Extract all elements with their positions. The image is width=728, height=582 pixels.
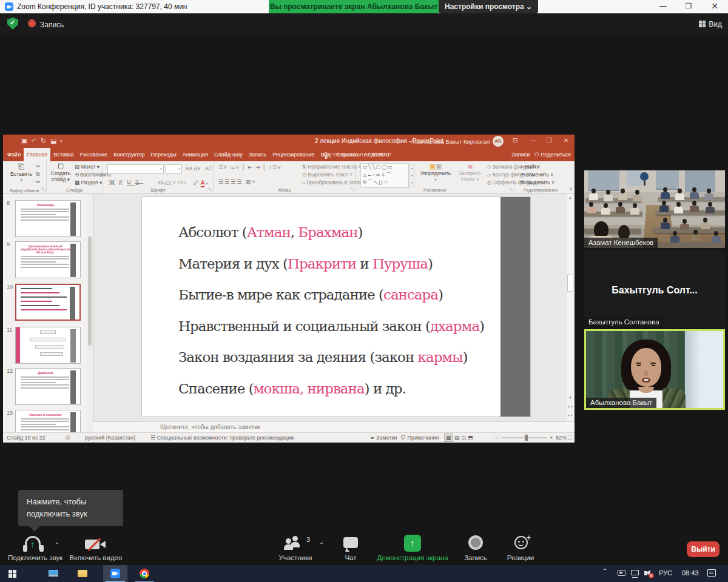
format-painter-icon[interactable]: ⤇ xyxy=(36,179,41,185)
ppt-close[interactable]: ✕ xyxy=(559,135,573,148)
comments-toggle[interactable]: 🗩 Примечания xyxy=(400,433,439,443)
zoom-slider[interactable] xyxy=(502,437,547,438)
taskbar-chrome-icon[interactable] xyxy=(132,565,157,582)
ppt-tab-Рисование[interactable]: Рисование xyxy=(77,148,110,161)
ppt-tab-Конструктор[interactable]: Конструктор xyxy=(110,148,147,161)
join-audio-icon[interactable]: ↑ xyxy=(23,536,44,552)
leave-button[interactable]: Выйти xyxy=(687,541,720,557)
slide-thumbnail-13[interactable]: Насилие и ненасилие xyxy=(15,410,81,432)
qat-dropdown-icon[interactable]: ▾ xyxy=(60,139,62,144)
slide-thumbnail-10[interactable] xyxy=(15,284,81,321)
start-button[interactable] xyxy=(8,570,16,578)
recording-indicator-icon[interactable] xyxy=(28,19,36,27)
zoom-slider-thumb[interactable] xyxy=(525,435,528,441)
participants-caret[interactable]: ˆ xyxy=(320,541,323,549)
start-video-label[interactable]: Включить видео xyxy=(66,554,126,561)
clipboard-launcher[interactable]: ⤡ xyxy=(41,187,45,192)
participants-icon[interactable] xyxy=(284,536,308,552)
action-center-icon[interactable] xyxy=(707,569,716,577)
chat-label[interactable]: Чат xyxy=(332,554,369,561)
minimize-button[interactable]: — xyxy=(654,0,672,13)
ppt-tab-Рецензирование[interactable]: Рецензирование xyxy=(269,148,318,161)
ppt-tab-Файл[interactable]: Файл xyxy=(4,148,24,161)
zoom-in-icon[interactable]: + xyxy=(550,433,553,443)
close-button[interactable]: ✕ xyxy=(706,0,724,13)
font-color-icon[interactable]: 🖉 А ▾ xyxy=(193,179,208,186)
shapes-gallery[interactable]: ▭╲╲▢◯▭△⌙⌐⇨⇩⌒✣⌒∿{}☆ xyxy=(360,163,409,188)
share-screen-icon[interactable]: ↑ xyxy=(404,535,421,552)
paragraph-launcher[interactable]: ⤡ xyxy=(351,187,354,192)
char-spacing-icon[interactable]: ab̶ A̲V̲ ˅ Aa˅ xyxy=(158,179,186,186)
join-audio-label[interactable]: Подключить звук xyxy=(5,554,66,561)
view-button[interactable]: Вид xyxy=(699,20,722,28)
next-slide-icon[interactable]: ▼▼ xyxy=(567,412,574,420)
video-tile-classroom[interactable]: Азамат Кенешбеков xyxy=(584,170,725,248)
view-settings-button[interactable]: Настройки просмотра ⌄ xyxy=(439,0,538,13)
ppt-ribbon-options-icon[interactable]: ⊡ xyxy=(508,135,522,148)
ppt-tab-Анимация[interactable]: Анимация xyxy=(180,148,211,161)
font-style-buttons[interactable]: ЖКЧS xyxy=(109,179,143,186)
fit-slide-icon[interactable]: ⛶ xyxy=(568,433,571,443)
view-buttons[interactable]: ▦ ▤ ◫ ⬒ xyxy=(444,433,473,443)
ppt-user-avatar[interactable]: АБ xyxy=(493,136,504,147)
maximize-button[interactable]: ❐ xyxy=(679,0,698,13)
file-explorer-icon[interactable] xyxy=(78,570,87,577)
participants-label[interactable]: Участники xyxy=(262,554,329,561)
replace-button[interactable]: ᵃᵇ Заменить ˅ xyxy=(521,171,554,179)
audio-options-caret[interactable]: ˆ xyxy=(56,541,58,549)
font-launcher[interactable]: ⤡ xyxy=(208,187,212,192)
shapes-scroll[interactable]: ▴▾▾ xyxy=(410,164,414,187)
share-button[interactable]: ⚇ Поделиться xyxy=(534,152,571,158)
tell-me-search[interactable]: Что вы хотите сделать? xyxy=(323,148,392,161)
slide-thumbnail-8[interactable]: Упанишады xyxy=(15,200,81,237)
language-indicator[interactable]: РУС xyxy=(659,569,672,577)
video-tile-no-video[interactable]: Бахытгуль Солт... Бахытгуль Солтанова xyxy=(584,250,725,327)
slide-thumbnail-12[interactable]: Джайнизм xyxy=(15,368,81,405)
find-button[interactable]: ⌕ Найти xyxy=(521,163,554,171)
ppt-tab-Слайд-шоу[interactable]: Слайд-шоу xyxy=(211,148,246,161)
new-slide-button[interactable]: ⧠ Создать слайд ▾ xyxy=(48,162,73,182)
clear-format-icon[interactable]: A⃠ xyxy=(205,166,213,172)
clock[interactable]: 08:43 xyxy=(682,569,699,577)
align-icons[interactable]: ☲☰☱☰ ▥˅ xyxy=(218,179,257,185)
cut-icon[interactable]: ✂ xyxy=(36,163,41,169)
zoom-out-icon[interactable]: — xyxy=(494,433,500,443)
taskbar-zoom-active[interactable] xyxy=(103,565,127,582)
undo-icon[interactable]: ↶ xyxy=(31,137,36,145)
collapse-ribbon-icon[interactable]: ∧ xyxy=(569,186,573,192)
redo-icon[interactable]: ↻ xyxy=(41,137,46,145)
video-tile-speaker[interactable]: Абылханова Бакыт xyxy=(584,329,725,410)
slide-thumbnail-9[interactable]: Центральные понятия индийской философско… xyxy=(15,241,81,278)
records-button[interactable]: Записи xyxy=(511,152,530,158)
start-slideshow-icon[interactable]: ⬓ xyxy=(50,137,56,145)
quick-styles-button[interactable]: ◙ Экспресс- стили ˅ xyxy=(454,162,486,182)
notes-toggle[interactable]: ≐ Заметки xyxy=(370,433,397,443)
notes-placeholder[interactable]: Щелкните, чтобы добавить заметки xyxy=(93,421,575,432)
grow-font-icon[interactable]: A˄ A˅ xyxy=(186,166,201,172)
font-size-select[interactable]: ▾ xyxy=(166,164,182,174)
accessibility-status[interactable]: ☵ Специальные возможности: проверьте рек… xyxy=(150,433,294,443)
ppt-tab-Вставка[interactable]: Вставка xyxy=(50,148,76,161)
theme-icon[interactable]: ⎙ xyxy=(66,433,70,443)
bullets-icon[interactable]: ☰˅ ≔˅ │ ⇤ ⇥ │ ↕☰˅ xyxy=(218,164,281,170)
tray-display-icon[interactable] xyxy=(618,570,625,576)
chat-icon[interactable] xyxy=(343,537,358,548)
ppt-tab-Главная[interactable]: Главная xyxy=(24,148,50,161)
start-video-icon[interactable] xyxy=(85,538,107,550)
thumbnail-scrollbar[interactable] xyxy=(87,194,93,432)
select-button[interactable]: ⇱ Выделить ˅ xyxy=(521,179,554,187)
arrange-button[interactable]: ▣▣ Упорядочить ▾ xyxy=(417,162,454,182)
tray-expand-icon[interactable]: ˆ xyxy=(604,568,606,577)
ppt-maximize[interactable]: ❐ xyxy=(542,135,556,148)
editor-scrollbar[interactable]: ▲ ▼ ▲▲ ▼▼ xyxy=(567,194,574,421)
security-shield-icon[interactable] xyxy=(7,18,18,30)
language-status[interactable]: русский (Казахстан) xyxy=(85,433,135,443)
current-slide-canvas[interactable]: Абсолют (Атман, Брахман)Материя и дух (П… xyxy=(142,197,530,416)
font-name-select[interactable]: ▾ xyxy=(107,164,164,174)
scroll-up-icon[interactable]: ▲ xyxy=(567,194,574,202)
paste-button[interactable]: ⎗ Вставить ▾ xyxy=(9,162,33,183)
share-screen-label[interactable]: Демонстрация экрана xyxy=(371,554,454,561)
save-icon[interactable]: ▣ xyxy=(21,137,27,145)
reactions-label[interactable]: Реакции xyxy=(496,554,545,561)
reactions-icon[interactable] xyxy=(514,536,528,549)
